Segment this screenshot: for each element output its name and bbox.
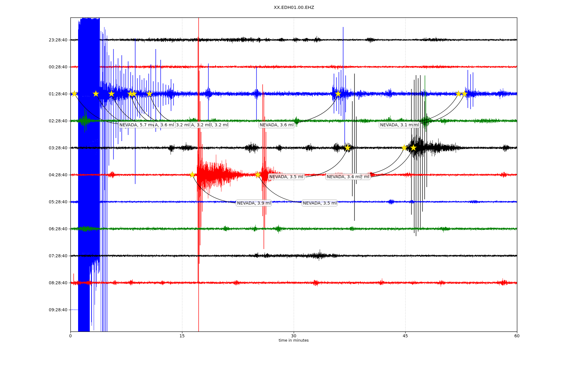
event-label: l, 3.2 ml xyxy=(209,121,228,128)
event-label: NEVADA, 3.1 ml xyxy=(379,121,413,128)
event-label: NEVADA, 3.9 ml xyxy=(236,200,272,206)
chart-title: XX.EDH01.00.EHZ xyxy=(0,5,588,10)
event-label: A, 3.6 ml xyxy=(153,121,175,128)
event-label: NEVADA, 3.6 ml xyxy=(258,121,295,128)
event-label: NEVADA, 3.4 ml xyxy=(326,173,361,180)
y-tick-label: 00:28:40 xyxy=(0,64,67,70)
event-label: A, 3.2 ml xyxy=(190,121,210,128)
y-tick-label: 03:28:40 xyxy=(0,145,67,151)
y-tick-label: 05:28:40 xyxy=(0,199,67,205)
y-tick-label: 07:28:40 xyxy=(0,253,67,259)
y-tick-label: 04:28:40 xyxy=(0,172,67,178)
y-tick-label: 23:28:40 xyxy=(0,37,67,43)
x-tick-label: 15 xyxy=(179,333,185,338)
y-tick-label: 08:28:40 xyxy=(0,280,67,286)
x-axis-title: time in minutes xyxy=(0,338,587,343)
y-tick-label: 01:28:40 xyxy=(0,91,67,97)
y-tick-label: 09:28:40 xyxy=(0,307,67,312)
event-label: 3.2 ml xyxy=(175,121,190,128)
event-label: NEVADA, 3.5 ml xyxy=(268,173,305,180)
x-tick-label: 30 xyxy=(291,333,296,338)
x-tick-label: 60 xyxy=(514,333,519,338)
x-tick-label: 45 xyxy=(403,333,408,338)
event-label: NEVADA, 3.5 ml xyxy=(302,200,337,206)
seismogram-canvas xyxy=(0,0,588,368)
event-label: NEVADA, 5.7 mw xyxy=(118,121,154,128)
y-tick-label: 02:28:40 xyxy=(0,118,67,124)
x-tick-label: 0 xyxy=(69,333,72,338)
y-tick-label: 06:28:40 xyxy=(0,226,67,232)
